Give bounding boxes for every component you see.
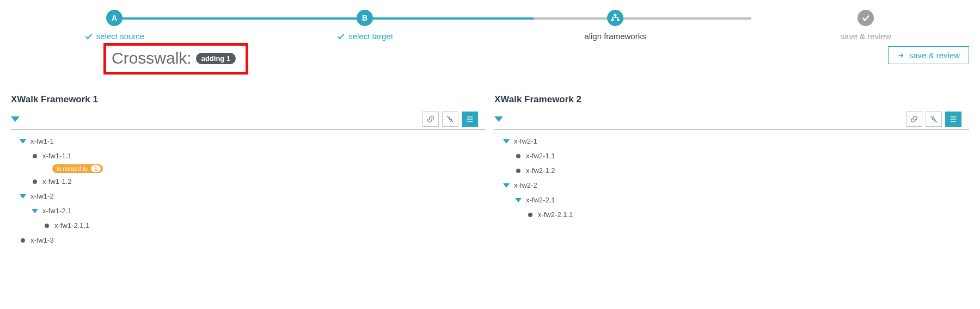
collapse-all-icon[interactable] xyxy=(11,116,20,122)
step-bubble-done xyxy=(857,10,874,26)
svg-rect-2 xyxy=(617,19,620,21)
panel-toolbar xyxy=(494,112,969,129)
list-view-button[interactable] xyxy=(945,112,961,127)
node-label: x-fw1-3 xyxy=(30,236,54,244)
bullet-icon xyxy=(516,169,520,173)
collapse-all-icon[interactable] xyxy=(494,116,503,122)
step-save-review[interactable]: save & review xyxy=(828,10,904,41)
crosswalk-title-box: Crosswalk: adding 1 xyxy=(103,43,248,75)
step-select-target[interactable]: B select target xyxy=(327,10,403,41)
unlink-view-button[interactable] xyxy=(442,112,458,127)
unlink-view-button[interactable] xyxy=(926,112,942,127)
tree-node[interactable]: x-fw1-2.1.1 xyxy=(44,218,486,233)
link-icon xyxy=(426,115,435,123)
tree-node[interactable]: x-fw1-3 xyxy=(20,233,486,248)
relation-label: is related to xyxy=(57,165,88,172)
chevron-down-icon xyxy=(20,139,26,144)
step-bubble-label: A xyxy=(112,14,117,22)
chevron-down-icon xyxy=(503,183,510,188)
adding-count-badge: adding 1 xyxy=(196,53,236,64)
list-icon xyxy=(465,115,474,123)
step-bubble-a: A xyxy=(106,10,122,26)
link-view-button[interactable] xyxy=(422,112,439,127)
page-title: Crosswalk: xyxy=(112,49,192,67)
tree-node[interactable]: x-fw1-2.1 xyxy=(32,203,486,218)
node-label: x-fw1-2.1.1 xyxy=(54,221,89,230)
tree-node[interactable]: x-fw2-1.2 xyxy=(515,163,969,178)
step-select-source[interactable]: A select source xyxy=(76,10,152,41)
source-tree[interactable]: x-fw1-1x-fw1-1.1is related to1x-fw1-1.2x… xyxy=(11,134,486,309)
target-tree[interactable]: x-fw2-1x-fw2-1.1x-fw2-1.2x-fw2-2x-fw2-2.… xyxy=(494,134,969,309)
tree-node[interactable]: x-fw1-2 xyxy=(20,189,486,203)
node-label: x-fw2-1.1 xyxy=(526,152,555,160)
target-framework-panel: XWalk Framework 2 x-fw2-1x-fw2-1.1x-fw2-… xyxy=(494,94,969,309)
tree-node[interactable]: x-fw2-1 xyxy=(503,134,969,149)
node-label: x-fw1-1.2 xyxy=(42,177,71,186)
step-label: align frameworks xyxy=(584,32,646,41)
wizard-stepper: A select source B select target xyxy=(0,10,980,41)
bullet-icon xyxy=(45,224,49,228)
node-label: x-fw2-2.1 xyxy=(526,196,555,204)
step-label: select target xyxy=(348,32,393,41)
arrow-right-icon xyxy=(897,52,905,59)
node-label: x-fw1-2 xyxy=(30,192,54,200)
node-label: x-fw2-1.2 xyxy=(526,166,555,175)
badge-label: adding 1 xyxy=(201,54,230,63)
unlink-icon xyxy=(929,115,938,123)
link-icon xyxy=(910,115,918,123)
chevron-down-icon xyxy=(503,139,510,144)
source-framework-panel: XWalk Framework 1 x-fw1-1x-fw1-1.1is rel… xyxy=(11,94,486,309)
node-label: x-fw1-1.1 xyxy=(42,152,71,160)
panel-heading: XWalk Framework 1 xyxy=(11,94,486,105)
svg-rect-0 xyxy=(614,14,617,16)
bullet-icon xyxy=(528,213,532,217)
tree-node[interactable]: x-fw1-1.2 xyxy=(32,174,486,189)
list-icon xyxy=(949,115,958,123)
link-view-button[interactable] xyxy=(906,112,922,127)
chevron-down-icon xyxy=(20,194,26,199)
step-bubble-align xyxy=(607,10,623,26)
bullet-icon xyxy=(516,154,520,158)
bullet-icon xyxy=(33,180,37,184)
unlink-icon xyxy=(446,115,455,123)
step-label: save & review xyxy=(840,32,891,41)
save-review-button[interactable]: save & review xyxy=(888,46,969,64)
svg-rect-1 xyxy=(611,19,614,21)
bullet-icon xyxy=(21,238,25,243)
relation-count: 1 xyxy=(91,165,101,172)
step-bubble-b: B xyxy=(357,10,373,26)
tree-node[interactable]: x-fw2-2 xyxy=(503,178,969,193)
tree-node[interactable]: x-fw2-2.1.1 xyxy=(527,207,969,222)
step-align-frameworks[interactable]: align frameworks xyxy=(577,10,653,41)
node-label: x-fw1-1 xyxy=(30,137,54,145)
chevron-down-icon xyxy=(32,209,38,213)
tree-node[interactable]: x-fw2-2.1 xyxy=(515,193,969,207)
check-icon xyxy=(861,13,871,23)
tree-node[interactable]: x-fw1-1.1 xyxy=(32,149,486,163)
chevron-down-icon xyxy=(515,198,522,202)
sitemap-icon xyxy=(610,13,620,23)
node-label: x-fw2-1 xyxy=(514,137,537,145)
tree-node[interactable]: x-fw2-1.1 xyxy=(515,149,969,163)
step-bubble-label: B xyxy=(362,14,367,22)
button-label: save & review xyxy=(909,51,960,60)
check-icon xyxy=(84,32,93,41)
step-label: select source xyxy=(96,32,144,41)
tree-node[interactable]: x-fw1-1 xyxy=(20,134,486,149)
list-view-button[interactable] xyxy=(462,112,478,127)
node-label: x-fw2-2 xyxy=(514,181,537,189)
check-icon xyxy=(336,32,345,41)
node-label: x-fw2-2.1.1 xyxy=(538,211,573,219)
panel-heading: XWalk Framework 2 xyxy=(494,94,969,105)
node-label: x-fw1-2.1 xyxy=(42,207,71,215)
panel-toolbar xyxy=(11,112,486,129)
relation-badge[interactable]: is related to1 xyxy=(52,164,103,173)
bullet-icon xyxy=(33,154,37,158)
